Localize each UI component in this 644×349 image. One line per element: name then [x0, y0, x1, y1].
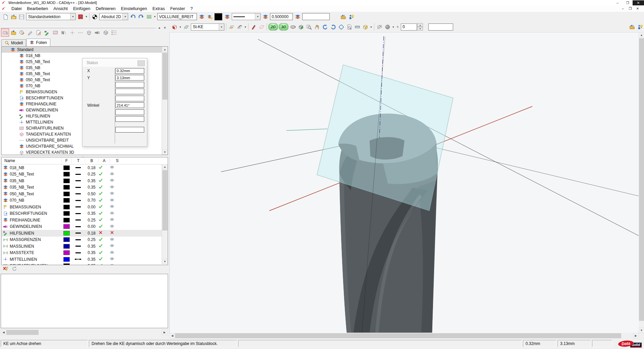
check-icon[interactable] — [98, 204, 103, 209]
table-row-schraffurlinien[interactable]: SCHRAFFURLINIEN0.35 — [2, 263, 168, 265]
rotate-right-button[interactable] — [329, 23, 337, 31]
plane-point-button[interactable] — [227, 23, 235, 31]
viewport-3d[interactable] — [169, 32, 639, 333]
tree-item-verdeckte-kanten-3d[interactable]: VERDECKTE KANTEN 3D — [2, 149, 168, 155]
mdi-close-button[interactable]: ✕ — [635, 7, 641, 10]
layer-linestyle[interactable] — [75, 180, 81, 181]
layer-linewidth[interactable]: 0.35 — [85, 185, 98, 190]
eye-icon[interactable] — [110, 198, 114, 202]
layer-linestyle[interactable] — [75, 246, 81, 247]
layer-color-swatch[interactable] — [63, 192, 70, 196]
status-row-field[interactable] — [115, 96, 144, 101]
layer-linewidth[interactable]: 0.35 — [85, 244, 98, 249]
table-header-t[interactable]: T — [71, 158, 85, 163]
status-row-field[interactable] — [115, 75, 144, 81]
work-plane-button[interactable] — [182, 23, 190, 31]
viewport-horizontal-scrollbar[interactable]: ◀ ▶ — [169, 333, 639, 339]
assistant-button[interactable] — [347, 13, 355, 21]
layer-linewidth[interactable]: 0.25 — [85, 172, 98, 177]
current-color-swatch[interactable] — [214, 13, 222, 20]
sheet-edit-button[interactable] — [35, 29, 43, 37]
tree-scrollbar[interactable]: ▲ ▼ — [162, 47, 168, 155]
cut-plane[interactable] — [317, 65, 453, 211]
panel-grip[interactable] — [1, 27, 156, 28]
table-row-massgrenzen[interactable]: MASSGRENZEN0.25 — [2, 237, 168, 243]
menu-fenster[interactable]: Fenster — [167, 6, 187, 11]
eye-icon[interactable] — [110, 185, 114, 189]
view-2d-button[interactable]: 2D — [268, 23, 278, 31]
status-row-field[interactable] — [115, 109, 144, 115]
ke-select[interactable]: St-KE▼ — [191, 23, 224, 31]
tab-folien[interactable]: Folien — [26, 39, 50, 46]
table-row-035_nb_text[interactable]: 035_NB_Text0.35 — [2, 184, 168, 191]
coordinate-mode-select[interactable]: Absolut 2D▼ — [99, 13, 128, 20]
layer-linestyle[interactable] — [75, 219, 81, 220]
table-header-b[interactable]: B — [85, 158, 98, 163]
layer-table[interactable]: NameFTBAS 018_NB0.18025_NB_Text0.25035_N… — [1, 157, 168, 265]
status-row-field[interactable] — [115, 116, 144, 122]
eye-icon[interactable] — [110, 237, 114, 242]
status-row-field[interactable] — [115, 127, 144, 133]
ke-box-button-dropdown[interactable]: ▼ — [178, 23, 182, 31]
plane-sketch-button-dropdown[interactable]: ▼ — [244, 23, 247, 31]
layer-color-swatch[interactable] — [63, 179, 70, 183]
menu-einfgen[interactable]: Einfügen — [70, 6, 93, 11]
rotate-left-button[interactable] — [321, 23, 329, 31]
layer-color-swatch[interactable] — [63, 172, 70, 177]
layer-color-swatch[interactable] — [63, 218, 70, 222]
grid-button-dropdown[interactable]: ▼ — [153, 13, 157, 20]
layer-color-swatch[interactable] — [63, 165, 70, 170]
layer-color-swatch[interactable] — [63, 205, 70, 209]
eye-icon[interactable] — [110, 217, 114, 222]
shaded-view-button[interactable] — [297, 23, 305, 31]
table-row-mittellinien[interactable]: MITTELLINIEN0.35 — [2, 256, 168, 263]
save-button[interactable] — [17, 13, 25, 21]
layer-color-swatch[interactable] — [63, 211, 70, 216]
layer-color-swatch[interactable] — [63, 224, 70, 229]
table-row-025_nb_text[interactable]: 025_NB_Text0.25 — [2, 171, 168, 178]
helper-pencil-button[interactable]: H — [43, 29, 51, 37]
menu-extras[interactable]: Extras — [150, 6, 168, 11]
solid-box-button[interactable] — [102, 29, 110, 37]
check-icon[interactable] — [98, 191, 103, 196]
library-button[interactable] — [339, 13, 347, 21]
layer-linewidth[interactable]: 0.50 — [85, 192, 98, 196]
render-mode-button[interactable] — [383, 23, 391, 31]
menu-datei[interactable]: Datei — [9, 6, 24, 11]
print-preview-button[interactable] — [345, 23, 353, 31]
line-type-field[interactable] — [157, 13, 197, 20]
centerline-button[interactable] — [68, 29, 76, 37]
eye-icon[interactable] — [110, 250, 114, 255]
layer-color-swatch[interactable] — [63, 244, 70, 249]
layer-linestyle[interactable] — [75, 187, 81, 188]
eye-icon[interactable] — [110, 211, 114, 215]
status-row-field[interactable] — [115, 68, 144, 74]
table-row-bemassungen[interactable]: BEMASSUNGEN0.00 — [2, 204, 168, 210]
layer-linestyle[interactable] — [75, 167, 81, 168]
layer-color-swatch[interactable] — [63, 257, 70, 262]
layer-linestyle[interactable] — [75, 259, 82, 260]
viewport-vertical-scrollbar[interactable]: ▲ ▼ — [639, 32, 644, 333]
check-icon[interactable] — [98, 243, 103, 248]
menu-einstellungen[interactable]: Einstellungen — [118, 6, 150, 11]
table-row-freihandlinie[interactable]: FREIHANDLINIE0.25 — [2, 217, 168, 223]
eye-icon[interactable] — [110, 256, 114, 261]
status-row-field[interactable] — [115, 89, 144, 94]
plane-sketch-button[interactable] — [235, 23, 244, 31]
check-icon[interactable] — [98, 217, 103, 222]
close-button[interactable]: ✕ — [633, 0, 644, 5]
table-header-a[interactable]: A — [98, 158, 110, 163]
assistant2-button[interactable] — [636, 23, 644, 31]
import-folder-button[interactable] — [9, 29, 17, 37]
layer-linestyle[interactable] — [75, 193, 81, 194]
cross-icon[interactable] — [110, 230, 114, 235]
selection-mode-select[interactable]: Standardselektion▼ — [26, 13, 76, 20]
layer-linestyle[interactable] — [75, 174, 81, 175]
layer-linestyle[interactable] — [75, 206, 81, 207]
layer-linewidth[interactable]: 0.35 — [85, 257, 98, 262]
ke-eraser-button[interactable] — [1, 29, 9, 37]
eye-icon[interactable] — [110, 224, 114, 229]
layer-linestyle[interactable] — [75, 226, 81, 227]
check-icon[interactable] — [98, 171, 103, 176]
layer-visibility-button[interactable] — [206, 13, 214, 21]
